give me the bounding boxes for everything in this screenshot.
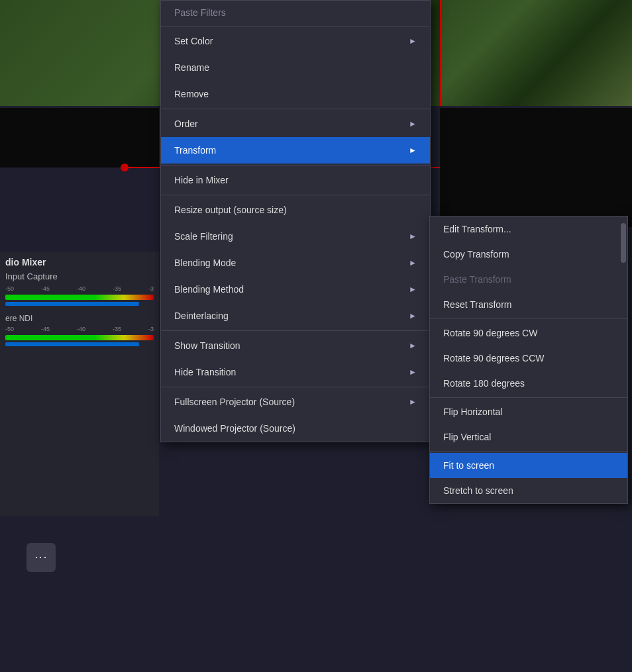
submenu-rotate-180[interactable]: Rotate 180 degrees: [430, 371, 627, 396]
meter-scale: -50 -45 -40 -35 -3: [5, 285, 154, 292]
submenu-flip-vertical[interactable]: Flip Vertical: [430, 424, 627, 450]
submenu-edit-transform[interactable]: Edit Transform...: [430, 216, 627, 242]
meter-scale-2: -50 -45 -40 -35 -3: [5, 326, 154, 332]
menu-item-remove[interactable]: Remove: [161, 81, 430, 107]
chevron-right-icon: ►: [409, 36, 417, 46]
menu-item-paste-filters[interactable]: Paste Filters: [161, 1, 430, 24]
separator-6: [161, 387, 430, 387]
meter-bar-2: [5, 335, 154, 340]
blue-bar-2: [5, 342, 139, 346]
dots-button[interactable]: ⋮: [26, 543, 56, 572]
panel-title: dio Mixer: [5, 257, 154, 267]
sub-separator-1: [430, 318, 627, 319]
chevron-right-icon-blending-method: ►: [409, 285, 417, 294]
menu-item-show-transition[interactable]: Show Transition ►: [161, 332, 430, 359]
menu-item-order[interactable]: Order ►: [161, 111, 430, 137]
separator-3: [161, 165, 430, 166]
menu-item-blending-method[interactable]: Blending Method ►: [161, 276, 430, 303]
chevron-right-icon-scale: ►: [409, 232, 417, 241]
dots-icon: ⋮: [34, 552, 48, 564]
menu-item-windowed-projector[interactable]: Windowed Projector (Source): [161, 415, 430, 442]
submenu-copy-transform[interactable]: Copy Transform: [430, 242, 627, 267]
transform-submenu: Edit Transform... Copy Transform Paste T…: [429, 216, 628, 504]
submenu-paste-transform[interactable]: Paste Transform: [430, 267, 627, 292]
sub-separator-3: [430, 451, 627, 452]
submenu-stretch-to-screen[interactable]: Stretch to screen: [430, 478, 627, 503]
separator-4: [161, 195, 430, 195]
sub-separator-2: [430, 397, 627, 398]
menu-item-fullscreen-projector[interactable]: Fullscreen Projector (Source) ►: [161, 389, 430, 415]
submenu-rotate-90-cw[interactable]: Rotate 90 degrees CW: [430, 320, 627, 346]
blue-bar-1: [5, 302, 139, 306]
scroll-indicator[interactable]: [621, 223, 626, 263]
ndi-label: ere NDI: [5, 314, 154, 323]
chevron-right-icon-order: ►: [409, 119, 417, 128]
separator-2: [161, 109, 430, 109]
video-preview-right: [440, 0, 632, 106]
chevron-right-icon-blending: ►: [409, 258, 417, 267]
menu-item-rename[interactable]: Rename: [161, 54, 430, 81]
chevron-right-icon-transform: ►: [409, 146, 417, 155]
submenu-reset-transform[interactable]: Reset Transform: [430, 292, 627, 317]
menu-item-transform[interactable]: Transform ►: [161, 137, 430, 164]
menu-item-scale-filtering[interactable]: Scale Filtering ►: [161, 223, 430, 250]
panel-subtitle: Input Capture: [5, 271, 154, 281]
chevron-right-icon-fullscreen: ►: [409, 397, 417, 407]
chevron-right-icon-show-transition: ►: [409, 341, 417, 350]
menu-item-blending-mode[interactable]: Blending Mode ►: [161, 250, 430, 276]
timeline-dot-left: [121, 164, 129, 171]
audio-mixer-panel: dio Mixer Input Capture -50 -45 -40 -35 …: [0, 252, 159, 516]
menu-item-hide-transition[interactable]: Hide Transition ►: [161, 359, 430, 385]
context-menu: Paste Filters Set Color ► Rename Remove …: [160, 0, 431, 442]
menu-item-set-color[interactable]: Set Color ►: [161, 28, 430, 54]
submenu-flip-horizontal[interactable]: Flip Horizontal: [430, 399, 627, 424]
separator-5: [161, 330, 430, 331]
meter-bar-1: [5, 295, 154, 300]
submenu-fit-to-screen[interactable]: Fit to screen: [430, 453, 627, 478]
chevron-right-icon-deinterlacing: ►: [409, 311, 417, 320]
black-area-left: [0, 108, 159, 168]
menu-item-resize-output[interactable]: Resize output (source size): [161, 197, 430, 223]
menu-item-hide-in-mixer[interactable]: Hide in Mixer: [161, 167, 430, 193]
menu-item-deinterlacing[interactable]: Deinterlacing ►: [161, 303, 430, 329]
separator-1: [161, 26, 430, 26]
submenu-rotate-90-ccw[interactable]: Rotate 90 degrees CCW: [430, 346, 627, 371]
chevron-right-icon-hide-transition: ►: [409, 367, 417, 377]
black-area-right: [440, 108, 632, 227]
